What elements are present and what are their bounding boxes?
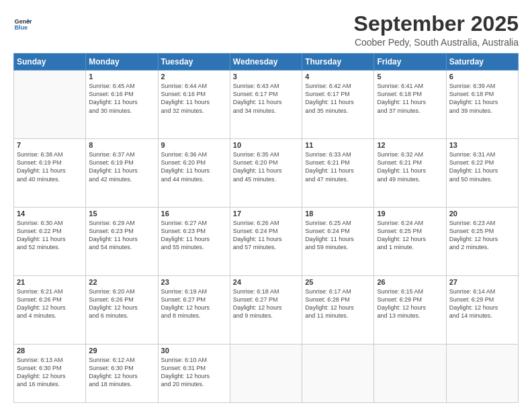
col-thursday: Thursday xyxy=(302,54,374,71)
logo: General Blue xyxy=(13,15,34,34)
table-row: 22Sunrise: 6:20 AM Sunset: 6:26 PM Dayli… xyxy=(86,276,158,345)
cell-date-number: 19 xyxy=(377,210,443,218)
table-row: 30Sunrise: 6:10 AM Sunset: 6:31 PM Dayli… xyxy=(158,344,230,402)
cell-info: Sunrise: 6:42 AM Sunset: 6:17 PM Dayligh… xyxy=(305,82,371,115)
cell-info: Sunrise: 6:29 AM Sunset: 6:23 PM Dayligh… xyxy=(89,219,154,252)
cell-date-number: 27 xyxy=(449,278,515,286)
cell-info: Sunrise: 6:21 AM Sunset: 6:26 PM Dayligh… xyxy=(17,287,83,320)
table-row: 8Sunrise: 6:37 AM Sunset: 6:19 PM Daylig… xyxy=(86,139,158,208)
cell-info: Sunrise: 6:14 AM Sunset: 6:29 PM Dayligh… xyxy=(449,287,515,320)
table-row: 20Sunrise: 6:23 AM Sunset: 6:25 PM Dayli… xyxy=(446,208,518,276)
cell-info: Sunrise: 6:17 AM Sunset: 6:28 PM Dayligh… xyxy=(305,287,371,320)
cell-info: Sunrise: 6:31 AM Sunset: 6:22 PM Dayligh… xyxy=(449,150,515,183)
cell-date-number: 2 xyxy=(161,73,227,81)
table-row: 19Sunrise: 6:24 AM Sunset: 6:25 PM Dayli… xyxy=(374,208,446,276)
cell-info: Sunrise: 6:45 AM Sunset: 6:16 PM Dayligh… xyxy=(89,82,154,115)
main-title: September 2025 xyxy=(354,12,519,36)
table-row xyxy=(374,344,446,402)
cell-date-number: 18 xyxy=(305,210,371,218)
cell-info: Sunrise: 6:36 AM Sunset: 6:20 PM Dayligh… xyxy=(161,150,227,183)
table-row: 14Sunrise: 6:30 AM Sunset: 6:22 PM Dayli… xyxy=(14,208,86,276)
cell-info: Sunrise: 6:32 AM Sunset: 6:21 PM Dayligh… xyxy=(377,150,443,183)
table-row: 6Sunrise: 6:39 AM Sunset: 6:18 PM Daylig… xyxy=(446,71,518,139)
cell-date-number: 22 xyxy=(89,278,154,286)
cell-info: Sunrise: 6:27 AM Sunset: 6:23 PM Dayligh… xyxy=(161,219,227,252)
table-row: 28Sunrise: 6:13 AM Sunset: 6:30 PM Dayli… xyxy=(14,344,86,402)
table-row: 3Sunrise: 6:43 AM Sunset: 6:17 PM Daylig… xyxy=(230,71,302,139)
table-row: 24Sunrise: 6:18 AM Sunset: 6:27 PM Dayli… xyxy=(230,276,302,345)
col-sunday: Sunday xyxy=(14,54,86,71)
cell-date-number: 4 xyxy=(305,73,371,81)
table-row: 25Sunrise: 6:17 AM Sunset: 6:28 PM Dayli… xyxy=(302,276,374,345)
logo-icon: General Blue xyxy=(13,15,32,34)
cell-date-number: 26 xyxy=(377,278,443,286)
cell-info: Sunrise: 6:37 AM Sunset: 6:19 PM Dayligh… xyxy=(89,150,154,183)
svg-text:Blue: Blue xyxy=(14,24,28,31)
page: General Blue September 2025 Coober Pedy,… xyxy=(0,0,532,411)
cell-date-number: 16 xyxy=(161,210,227,218)
table-row xyxy=(230,344,302,402)
table-row: 4Sunrise: 6:42 AM Sunset: 6:17 PM Daylig… xyxy=(302,71,374,139)
cell-date-number: 11 xyxy=(305,141,371,149)
cell-date-number: 29 xyxy=(89,347,154,355)
col-wednesday: Wednesday xyxy=(230,54,302,71)
cell-info: Sunrise: 6:43 AM Sunset: 6:17 PM Dayligh… xyxy=(233,82,299,115)
cell-date-number: 1 xyxy=(89,73,154,81)
cell-info: Sunrise: 6:44 AM Sunset: 6:16 PM Dayligh… xyxy=(161,82,227,115)
col-monday: Monday xyxy=(86,54,158,71)
cell-date-number: 28 xyxy=(17,347,83,355)
cell-info: Sunrise: 6:12 AM Sunset: 6:30 PM Dayligh… xyxy=(89,356,154,389)
table-row: 12Sunrise: 6:32 AM Sunset: 6:21 PM Dayli… xyxy=(374,139,446,208)
cell-info: Sunrise: 6:25 AM Sunset: 6:24 PM Dayligh… xyxy=(305,219,371,252)
calendar-table: Sunday Monday Tuesday Wednesday Thursday… xyxy=(13,53,519,403)
cell-date-number: 20 xyxy=(449,210,515,218)
subtitle: Coober Pedy, South Australia, Australia xyxy=(354,37,519,48)
cell-date-number: 30 xyxy=(161,347,227,355)
cell-date-number: 6 xyxy=(449,73,515,81)
cell-info: Sunrise: 6:15 AM Sunset: 6:29 PM Dayligh… xyxy=(377,287,443,320)
table-row: 15Sunrise: 6:29 AM Sunset: 6:23 PM Dayli… xyxy=(86,208,158,276)
table-row: 11Sunrise: 6:33 AM Sunset: 6:21 PM Dayli… xyxy=(302,139,374,208)
cell-date-number: 21 xyxy=(17,278,83,286)
cell-info: Sunrise: 6:41 AM Sunset: 6:18 PM Dayligh… xyxy=(377,82,443,115)
cell-date-number: 5 xyxy=(377,73,443,81)
cell-info: Sunrise: 6:35 AM Sunset: 6:20 PM Dayligh… xyxy=(233,150,299,183)
table-row xyxy=(14,71,86,139)
table-row xyxy=(446,344,518,402)
table-row: 26Sunrise: 6:15 AM Sunset: 6:29 PM Dayli… xyxy=(374,276,446,345)
table-row: 7Sunrise: 6:38 AM Sunset: 6:19 PM Daylig… xyxy=(14,139,86,208)
cell-date-number: 7 xyxy=(17,141,83,149)
table-row: 18Sunrise: 6:25 AM Sunset: 6:24 PM Dayli… xyxy=(302,208,374,276)
table-row: 21Sunrise: 6:21 AM Sunset: 6:26 PM Dayli… xyxy=(14,276,86,345)
cell-info: Sunrise: 6:20 AM Sunset: 6:26 PM Dayligh… xyxy=(89,287,154,320)
table-row: 17Sunrise: 6:26 AM Sunset: 6:24 PM Dayli… xyxy=(230,208,302,276)
table-row xyxy=(302,344,374,402)
cell-info: Sunrise: 6:38 AM Sunset: 6:19 PM Dayligh… xyxy=(17,150,83,183)
cell-info: Sunrise: 6:10 AM Sunset: 6:31 PM Dayligh… xyxy=(161,356,227,389)
header: General Blue September 2025 Coober Pedy,… xyxy=(13,12,519,48)
cell-date-number: 15 xyxy=(89,210,154,218)
cell-date-number: 17 xyxy=(233,210,299,218)
cell-date-number: 8 xyxy=(89,141,154,149)
cell-date-number: 13 xyxy=(449,141,515,149)
cell-date-number: 10 xyxy=(233,141,299,149)
table-row: 1Sunrise: 6:45 AM Sunset: 6:16 PM Daylig… xyxy=(86,71,158,139)
cell-date-number: 23 xyxy=(161,278,227,286)
cell-date-number: 12 xyxy=(377,141,443,149)
table-row: 10Sunrise: 6:35 AM Sunset: 6:20 PM Dayli… xyxy=(230,139,302,208)
col-tuesday: Tuesday xyxy=(158,54,230,71)
table-row: 13Sunrise: 6:31 AM Sunset: 6:22 PM Dayli… xyxy=(446,139,518,208)
cell-date-number: 9 xyxy=(161,141,227,149)
cell-info: Sunrise: 6:24 AM Sunset: 6:25 PM Dayligh… xyxy=(377,219,443,252)
cell-info: Sunrise: 6:18 AM Sunset: 6:27 PM Dayligh… xyxy=(233,287,299,320)
table-row: 2Sunrise: 6:44 AM Sunset: 6:16 PM Daylig… xyxy=(158,71,230,139)
table-row: 5Sunrise: 6:41 AM Sunset: 6:18 PM Daylig… xyxy=(374,71,446,139)
cell-date-number: 3 xyxy=(233,73,299,81)
title-block: September 2025 Coober Pedy, South Austra… xyxy=(354,12,519,48)
cell-info: Sunrise: 6:26 AM Sunset: 6:24 PM Dayligh… xyxy=(233,219,299,252)
col-saturday: Saturday xyxy=(446,54,518,71)
cell-info: Sunrise: 6:19 AM Sunset: 6:27 PM Dayligh… xyxy=(161,287,227,320)
cell-date-number: 24 xyxy=(233,278,299,286)
cell-date-number: 14 xyxy=(17,210,83,218)
table-row: 16Sunrise: 6:27 AM Sunset: 6:23 PM Dayli… xyxy=(158,208,230,276)
